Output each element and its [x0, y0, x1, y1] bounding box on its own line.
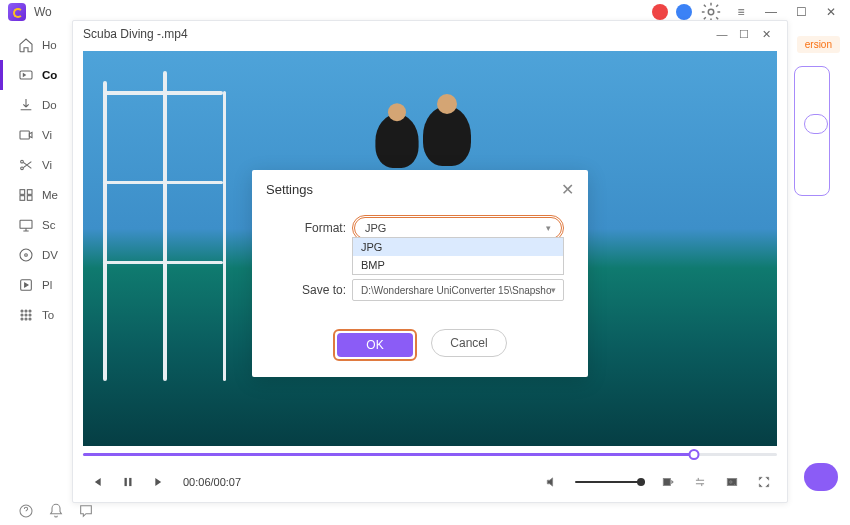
- svg-rect-24: [663, 479, 670, 486]
- format-dropdown: JPG BMP: [352, 237, 564, 275]
- svg-rect-9: [20, 220, 32, 228]
- format-label: Format:: [252, 221, 346, 235]
- feedback-icon[interactable]: [78, 503, 94, 519]
- svg-point-4: [21, 167, 24, 170]
- svg-point-0: [708, 9, 714, 15]
- svg-point-11: [25, 254, 28, 257]
- sidebar-item-converter[interactable]: Co: [0, 60, 58, 90]
- prev-frame-button[interactable]: [87, 473, 105, 491]
- download-icon: [18, 97, 34, 113]
- svg-point-17: [25, 314, 27, 316]
- svg-rect-8: [27, 196, 32, 201]
- sidebar-item-merger[interactable]: Me: [0, 180, 58, 210]
- saveto-select[interactable]: D:\Wondershare UniConverter 15\Snapsho ▾: [352, 279, 564, 301]
- chevron-down-icon: ▾: [546, 223, 551, 233]
- ok-button[interactable]: OK: [337, 333, 413, 357]
- version-badge: ersion: [797, 36, 840, 53]
- menu-icon[interactable]: ≡: [730, 3, 752, 21]
- saveto-value: D:\Wondershare UniConverter 15\Snapsho: [361, 285, 551, 296]
- sidebar-item-screen[interactable]: Sc: [0, 210, 58, 240]
- gear-icon[interactable]: [700, 3, 722, 21]
- svg-rect-6: [27, 190, 32, 195]
- modal-header: Settings ✕: [252, 170, 588, 209]
- modal-title: Settings: [266, 182, 313, 197]
- ok-button-highlight: OK: [333, 329, 417, 361]
- fullscreen-button[interactable]: [755, 473, 773, 491]
- maximize-icon[interactable]: ☐: [733, 25, 755, 43]
- sidebar: Ho Co Do Vi Vi Me Sc DV: [0, 24, 58, 497]
- svg-point-21: [29, 318, 31, 320]
- sidebar-item-toolbox[interactable]: To: [0, 300, 58, 330]
- help-icon[interactable]: [18, 503, 34, 519]
- video-content-illustration: [375, 114, 418, 168]
- volume-slider[interactable]: [575, 481, 645, 483]
- svg-point-20: [25, 318, 27, 320]
- chevron-down-icon: ▾: [551, 285, 556, 295]
- svg-point-15: [29, 310, 31, 312]
- close-icon[interactable]: ✕: [755, 25, 777, 43]
- volume-icon[interactable]: [543, 473, 561, 491]
- screen-icon: [18, 217, 34, 233]
- scissors-icon: [18, 157, 34, 173]
- app-logo: [8, 3, 26, 21]
- cancel-button[interactable]: Cancel: [431, 329, 507, 357]
- maximize-icon[interactable]: ☐: [790, 3, 812, 21]
- seek-bar[interactable]: [83, 448, 777, 462]
- converter-icon: [18, 67, 34, 83]
- sidebar-item-label: Do: [42, 99, 57, 111]
- bell-icon[interactable]: [48, 503, 64, 519]
- app-name-truncated: Wo: [34, 5, 52, 19]
- minimize-icon[interactable]: —: [760, 3, 782, 21]
- settings-icon[interactable]: [691, 473, 709, 491]
- svg-rect-5: [20, 190, 25, 195]
- merger-icon: [18, 187, 34, 203]
- seek-thumb[interactable]: [688, 449, 699, 460]
- svg-point-13: [21, 310, 23, 312]
- sidebar-item-home[interactable]: Ho: [0, 30, 58, 60]
- video-icon: [18, 127, 34, 143]
- convert-button-edge[interactable]: [804, 463, 838, 491]
- svg-rect-2: [20, 131, 29, 139]
- svg-rect-23: [129, 478, 131, 486]
- close-icon[interactable]: ✕: [561, 180, 574, 199]
- close-icon[interactable]: ✕: [820, 3, 842, 21]
- status-dot-blue: [676, 4, 692, 20]
- next-frame-button[interactable]: [151, 473, 169, 491]
- sidebar-item-label: Ho: [42, 39, 57, 51]
- sidebar-item-label: Pl: [42, 279, 52, 291]
- sidebar-item-video2[interactable]: Vi: [0, 150, 58, 180]
- svg-point-19: [21, 318, 23, 320]
- sidebar-item-player[interactable]: Pl: [0, 270, 58, 300]
- saveto-label: Save to:: [252, 283, 346, 297]
- sidebar-item-label: Sc: [42, 219, 55, 231]
- svg-point-3: [21, 160, 24, 163]
- footer: [0, 497, 94, 525]
- snapshot-button[interactable]: [723, 473, 741, 491]
- sidebar-item-label: Me: [42, 189, 58, 201]
- svg-point-14: [25, 310, 27, 312]
- format-select[interactable]: JPG ▾: [354, 217, 562, 239]
- sidebar-item-label: To: [42, 309, 54, 321]
- settings-modal: Settings ✕ Format: JPG ▾ JPG BMP Save to…: [252, 170, 588, 377]
- speed-button[interactable]: [659, 473, 677, 491]
- play-icon: [18, 277, 34, 293]
- home-icon: [18, 37, 34, 53]
- sidebar-item-label: Co: [42, 69, 57, 81]
- format-option-bmp[interactable]: BMP: [353, 256, 563, 274]
- sidebar-item-downloader[interactable]: Do: [0, 90, 58, 120]
- player-controls: 00:06/00:07: [73, 462, 787, 502]
- playback-time: 00:06/00:07: [183, 476, 241, 488]
- sidebar-item-video1[interactable]: Vi: [0, 120, 58, 150]
- format-option-jpg[interactable]: JPG: [353, 238, 563, 256]
- grid-icon: [18, 307, 34, 323]
- svg-point-26: [730, 481, 732, 483]
- svg-rect-7: [20, 196, 25, 201]
- sidebar-item-label: DV: [42, 249, 58, 261]
- status-dot-red: [652, 4, 668, 20]
- pause-button[interactable]: [119, 473, 137, 491]
- minimize-icon[interactable]: —: [711, 25, 733, 43]
- sidebar-item-dvd[interactable]: DV: [0, 240, 58, 270]
- svg-point-10: [20, 249, 32, 261]
- disc-icon: [18, 247, 34, 263]
- svg-point-18: [29, 314, 31, 316]
